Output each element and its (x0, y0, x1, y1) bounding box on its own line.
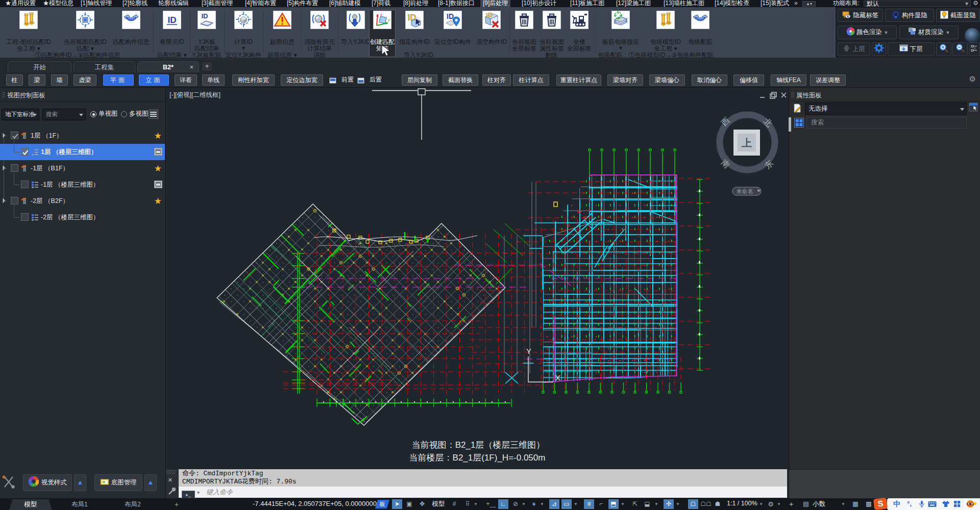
svg-text:ID: ID (485, 11, 493, 19)
svg-text:ID: ID (168, 15, 177, 25)
svg-text:[-][俯视][二维线框]: [-][俯视][二维线框] (169, 91, 220, 98)
svg-text:Y: Y (526, 347, 531, 355)
svg-text:当前视图：B2_1层（楼层三维图）: 当前视图：B2_1层（楼层三维图） (412, 440, 545, 450)
svg-text:未命名: 未命名 (737, 188, 753, 194)
svg-text:上: 上 (741, 137, 752, 148)
svg-text:ID: ID (202, 12, 208, 20)
svg-text:ID: ID (447, 12, 454, 20)
svg-text:X: X (555, 373, 560, 382)
svg-text:当前楼层：B2_1层(1F)_H=-0.050m: 当前楼层：B2_1层(1F)_H=-0.050m (409, 453, 546, 463)
svg-text:x: x (380, 13, 382, 16)
svg-text:y: y (388, 18, 390, 22)
